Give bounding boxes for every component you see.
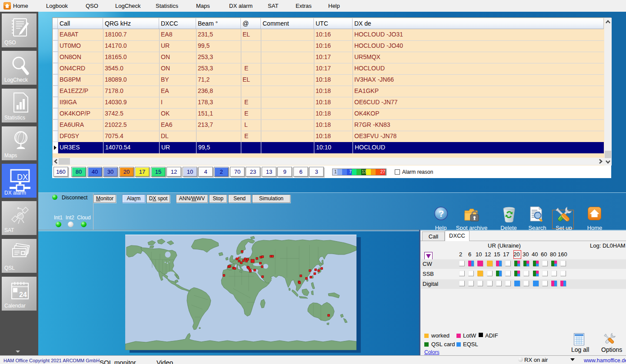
- svg-text:DX: DX: [17, 173, 28, 182]
- svg-text:24: 24: [19, 291, 27, 298]
- svg-text:?: ?: [439, 208, 444, 218]
